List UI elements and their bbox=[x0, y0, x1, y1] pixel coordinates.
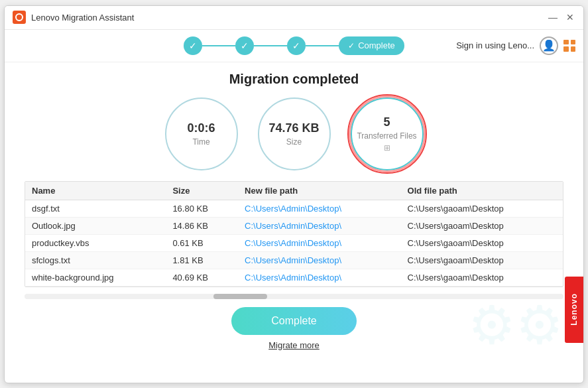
col-old-path: Old file path bbox=[401, 182, 563, 200]
cell-new-path[interactable]: C:\Users\Admin\Desktop\ bbox=[238, 269, 400, 286]
table-header-row: Name Size New file path Old file path bbox=[25, 182, 563, 200]
titlebar-left: Lenovo Migration Assistant bbox=[13, 11, 134, 24]
user-avatar-icon[interactable]: 👤 bbox=[540, 36, 558, 55]
lenovo-brand-strip: Lenovo bbox=[565, 277, 583, 343]
cell-size: 0.61 KB bbox=[166, 234, 238, 251]
window-controls: — ✕ bbox=[548, 12, 575, 23]
stepper-container: ✓ ✓ ✓ ✓ Complete bbox=[184, 36, 404, 55]
stat-files-label: Transferred Files bbox=[357, 131, 416, 141]
cell-new-path[interactable]: C:\Users\Admin\Desktop\ bbox=[238, 200, 400, 217]
cell-old-path: C:\Users\gaoam\Desktop bbox=[401, 217, 563, 234]
user-person-icon: 👤 bbox=[542, 39, 556, 52]
minimize-button[interactable]: — bbox=[548, 12, 558, 23]
app-window: Lenovo Migration Assistant — ✕ ✓ ✓ ✓ ✓ C… bbox=[4, 5, 584, 383]
step-1-circle: ✓ bbox=[184, 36, 202, 55]
stat-size-value: 74.76 KB bbox=[268, 121, 319, 135]
cell-new-path[interactable]: C:\Users\Admin\Desktop\ bbox=[238, 217, 400, 234]
col-new-path: New file path bbox=[238, 182, 400, 200]
step-complete-check-icon: ✓ bbox=[348, 41, 355, 50]
cell-size: 14.86 KB bbox=[166, 217, 238, 234]
cell-new-path[interactable]: C:\Users\Admin\Desktop\ bbox=[238, 234, 400, 251]
table-row: sfclogs.txt1.81 KBC:\Users\Admin\Desktop… bbox=[25, 251, 563, 269]
stat-time-circle: 0:0:6 Time bbox=[165, 97, 238, 170]
complete-button[interactable]: Complete bbox=[231, 307, 356, 335]
table-row: dsgf.txt16.80 KBC:\Users\Admin\Desktop\C… bbox=[25, 200, 563, 217]
app-title: Lenovo Migration Assistant bbox=[31, 13, 134, 23]
cell-old-path: C:\Users\gaoam\Desktop bbox=[401, 269, 563, 286]
cell-name: productkey.vbs bbox=[25, 234, 166, 251]
stats-row: 0:0:6 Time 74.76 KB Size 5 Transferred F… bbox=[165, 97, 424, 170]
step-line-3 bbox=[306, 45, 339, 46]
migrate-more-link[interactable]: Migrate more bbox=[268, 340, 320, 350]
lenovo-brand-text: Lenovo bbox=[569, 293, 579, 326]
app-icon-inner bbox=[15, 13, 23, 21]
cell-size: 16.80 KB bbox=[166, 200, 238, 217]
cell-old-path: C:\Users\gaoam\Desktop bbox=[401, 234, 563, 251]
col-size: Size bbox=[166, 182, 238, 200]
signin-text: Sign in using Leno... bbox=[456, 40, 534, 50]
step-1-check: ✓ bbox=[189, 40, 197, 51]
cell-name: white-background.jpg bbox=[25, 269, 166, 286]
step-complete-label: Complete bbox=[358, 40, 395, 50]
table-row: productkey.vbs0.61 KBC:\Users\Admin\Desk… bbox=[25, 234, 563, 251]
stat-size-circle: 74.76 KB Size bbox=[258, 97, 331, 170]
step-2-check: ✓ bbox=[241, 40, 249, 51]
step-line-2 bbox=[254, 45, 287, 46]
stat-files-circle: 5 Transferred Files ⊞ bbox=[351, 97, 424, 170]
file-table: Name Size New file path Old file path ds… bbox=[25, 182, 563, 287]
cell-size: 40.69 KB bbox=[166, 269, 238, 286]
titlebar: Lenovo Migration Assistant — ✕ bbox=[5, 6, 583, 30]
cell-name: dsgf.txt bbox=[25, 200, 166, 217]
scrollbar-thumb[interactable] bbox=[213, 294, 267, 299]
step-line-1 bbox=[202, 45, 235, 46]
cell-new-path[interactable]: C:\Users\Admin\Desktop\ bbox=[238, 251, 400, 269]
main-content: Migration completed 0:0:6 Time 74.76 KB … bbox=[5, 62, 583, 383]
table-header: Name Size New file path Old file path bbox=[25, 182, 563, 200]
stepper-bar: ✓ ✓ ✓ ✓ Complete Sign in using Leno... 👤 bbox=[5, 30, 583, 62]
cell-old-path: C:\Users\gaoam\Desktop bbox=[401, 200, 563, 217]
table-body: dsgf.txt16.80 KBC:\Users\Admin\Desktop\C… bbox=[25, 200, 563, 286]
cell-old-path: C:\Users\gaoam\Desktop bbox=[401, 251, 563, 269]
file-icon: ⊞ bbox=[384, 143, 390, 153]
step-3-circle: ✓ bbox=[287, 36, 306, 55]
table-row: white-background.jpg40.69 KBC:\Users\Adm… bbox=[25, 269, 563, 286]
apps-grid-icon[interactable] bbox=[563, 40, 575, 52]
step-2-circle: ✓ bbox=[235, 36, 254, 55]
page-title: Migration completed bbox=[229, 72, 359, 87]
stat-files-value: 5 bbox=[383, 115, 390, 129]
watermark-decoration: ⚙⚙ bbox=[468, 294, 563, 356]
signin-area: Sign in using Leno... 👤 bbox=[456, 36, 575, 55]
cell-name: Outlook.jpg bbox=[25, 217, 166, 234]
step-3-check: ✓ bbox=[292, 40, 300, 51]
step-complete-button[interactable]: ✓ Complete bbox=[339, 36, 404, 55]
table-row: Outlook.jpg14.86 KBC:\Users\Admin\Deskto… bbox=[25, 217, 563, 234]
stat-time-label: Time bbox=[192, 137, 209, 147]
stat-time-value: 0:0:6 bbox=[187, 121, 215, 135]
file-table-wrapper: Name Size New file path Old file path ds… bbox=[25, 181, 563, 287]
close-button[interactable]: ✕ bbox=[565, 12, 575, 23]
stat-size-label: Size bbox=[286, 137, 302, 147]
col-name: Name bbox=[25, 182, 166, 200]
app-icon bbox=[13, 11, 26, 24]
horizontal-scrollbar[interactable] bbox=[25, 294, 563, 299]
cell-name: sfclogs.txt bbox=[25, 251, 166, 269]
cell-size: 1.81 KB bbox=[166, 251, 238, 269]
